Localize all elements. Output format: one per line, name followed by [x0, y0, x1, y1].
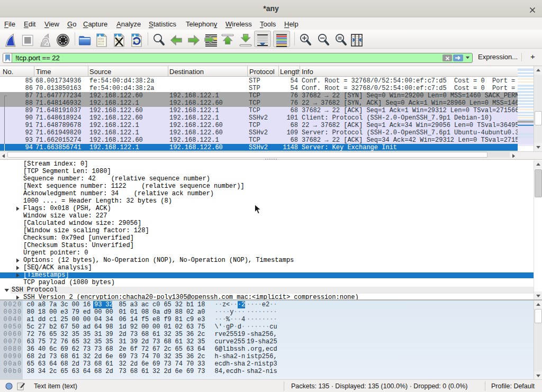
- svg-text:0111: 0111: [98, 43, 104, 45]
